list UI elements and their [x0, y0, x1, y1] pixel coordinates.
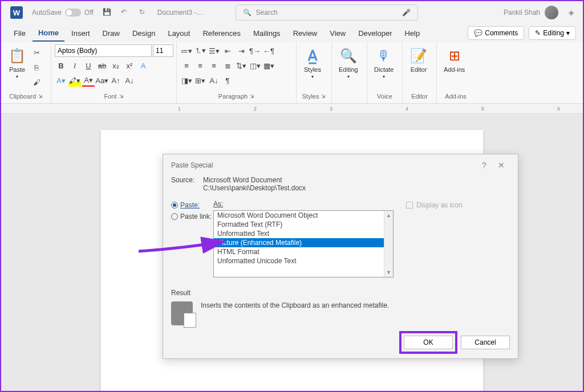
editor-button[interactable]: 📝Editor: [406, 44, 431, 75]
list-item[interactable]: Unformatted Unicode Text: [214, 256, 393, 266]
justify-button[interactable]: ≣: [221, 59, 234, 72]
redo-icon[interactable]: ↻: [139, 8, 148, 17]
strikethrough-button[interactable]: ab: [96, 59, 108, 72]
align-center-button[interactable]: ≡: [194, 59, 206, 72]
comments-button[interactable]: 💬 Comments: [468, 26, 524, 40]
find-icon: 🔍: [339, 47, 358, 65]
align-right-button[interactable]: ≡: [208, 59, 220, 72]
menu-layout[interactable]: Layout: [162, 26, 196, 41]
help-button[interactable]: ?: [476, 161, 493, 170]
menu-developer[interactable]: Developer: [352, 26, 398, 41]
scroll-down-icon[interactable]: ▼: [384, 268, 393, 277]
toggle-switch[interactable]: [65, 9, 81, 17]
font-family-select[interactable]: [55, 44, 152, 57]
menu-mailings[interactable]: Mailings: [248, 26, 286, 41]
ltr-button[interactable]: ¶→: [249, 44, 261, 57]
menu-review[interactable]: Review: [287, 26, 323, 41]
copy-icon[interactable]: ⎘: [31, 62, 42, 73]
menu-insert[interactable]: Insert: [66, 26, 96, 41]
decrease-indent-button[interactable]: ⇤: [221, 44, 234, 57]
menu-design[interactable]: Design: [127, 26, 161, 41]
diamond-icon[interactable]: ◈: [569, 9, 574, 17]
undo-icon[interactable]: ↶: [121, 8, 130, 17]
cancel-button[interactable]: Cancel: [461, 336, 510, 349]
numbering-button[interactable]: ⒈▾: [194, 44, 206, 57]
ok-button[interactable]: OK: [404, 336, 453, 349]
scrollbar[interactable]: ▲ ▼: [384, 211, 393, 277]
user-account[interactable]: Pankil Shah ◈: [504, 6, 574, 19]
result-label: Result: [171, 289, 510, 297]
dialog-launcher-icon[interactable]: ⇲: [321, 93, 326, 99]
superscript-button[interactable]: x²: [123, 59, 136, 72]
shrink-font-button[interactable]: A↓: [123, 74, 136, 87]
grow-font-button[interactable]: A↑: [110, 74, 122, 87]
shading2-button[interactable]: ◨▾: [180, 74, 193, 87]
format-listbox[interactable]: Microsoft Word Document ObjectFormatted …: [213, 210, 394, 277]
dialog-launcher-icon[interactable]: ⇲: [119, 93, 124, 99]
editing-mode-button[interactable]: ✎ Editing ▾: [529, 26, 576, 40]
shading-button[interactable]: ◫▾: [249, 59, 261, 72]
dialog-titlebar[interactable]: Paste Special ? ✕: [163, 154, 518, 176]
checkbox-icon: [406, 202, 413, 209]
user-name: Pankil Shah: [504, 9, 540, 17]
menu-draw[interactable]: Draw: [97, 26, 125, 41]
align-left-button[interactable]: ≡: [180, 59, 193, 72]
dialog-launcher-icon[interactable]: ⇲: [38, 93, 43, 99]
ruler-mark: 1: [178, 106, 181, 112]
bold-button[interactable]: B: [55, 59, 67, 72]
font-color-button[interactable]: A▾: [82, 74, 95, 87]
bullets-button[interactable]: ≔▾: [180, 44, 193, 57]
change-case-button[interactable]: Aa▾: [96, 74, 108, 87]
borders2-button[interactable]: ⊞▾: [194, 74, 206, 87]
mic-icon[interactable]: 🎤: [402, 9, 411, 17]
font-outline-button[interactable]: A▾: [55, 74, 67, 87]
list-item[interactable]: HTML Format: [214, 247, 393, 256]
list-item[interactable]: Microsoft Word Document Object: [214, 211, 393, 220]
font-size-select[interactable]: [153, 44, 173, 57]
source-path: C:\Users\panki\Desktop\Test.docx: [203, 184, 306, 192]
menu-home[interactable]: Home: [33, 25, 64, 42]
italic-button[interactable]: I: [68, 59, 81, 72]
dialog-launcher-icon[interactable]: ⇲: [250, 93, 254, 99]
autosave-toggle[interactable]: AutoSave Off: [32, 9, 94, 17]
close-button[interactable]: ✕: [493, 161, 510, 170]
underline-button[interactable]: U: [82, 59, 95, 72]
ruler-mark: 3: [330, 106, 332, 112]
menu-help[interactable]: Help: [399, 26, 425, 41]
ruler[interactable]: 123456: [1, 104, 583, 114]
list-item[interactable]: Unformatted Text: [214, 229, 393, 238]
paste-button[interactable]: 📋 Paste ▾: [5, 44, 30, 81]
editor-icon: 📝: [409, 47, 428, 65]
sort-button[interactable]: A↓: [208, 74, 220, 87]
rtl-button[interactable]: ←¶: [262, 44, 275, 57]
paste-radio[interactable]: Paste:: [171, 201, 213, 209]
clipboard-icon: 📋: [8, 47, 26, 65]
menu-file[interactable]: File: [8, 26, 31, 41]
radio-icon: [171, 202, 178, 209]
multilevel-button[interactable]: ☰▾: [208, 44, 220, 57]
list-item[interactable]: Picture (Enhanced Metafile): [214, 238, 393, 247]
ruler-mark: 2: [254, 106, 257, 112]
text-effects-button[interactable]: A: [137, 59, 149, 72]
addins-button[interactable]: ⊞Add-ins: [440, 44, 468, 75]
menu-view[interactable]: View: [324, 26, 351, 41]
list-item[interactable]: Formatted Text (RTF): [214, 220, 393, 229]
titlebar: W AutoSave Off 💾 ↶ ↻ Document3 -… 🔍 Sear…: [1, 1, 583, 24]
dictate-button[interactable]: 🎙Dictate▾: [371, 44, 397, 81]
menu-references[interactable]: References: [197, 26, 246, 41]
highlight-button[interactable]: 🖍▾: [68, 74, 81, 87]
line-spacing-button[interactable]: ⇅▾: [235, 59, 248, 72]
increase-indent-button[interactable]: ⇥: [235, 44, 248, 57]
borders-button[interactable]: ▦▾: [262, 59, 275, 72]
search-icon: 🔍: [243, 9, 252, 17]
show-marks-button[interactable]: ¶: [221, 74, 234, 87]
editing-button[interactable]: 🔍Editing▾: [335, 44, 362, 81]
paste-link-radio[interactable]: Paste link:: [171, 213, 213, 220]
styles-button[interactable]: A̲Styles▾: [300, 44, 325, 81]
search-input[interactable]: 🔍 Search 🎤: [236, 5, 418, 21]
cut-icon[interactable]: ✂: [31, 47, 42, 58]
save-icon[interactable]: 💾: [103, 8, 112, 17]
scroll-up-icon[interactable]: ▲: [384, 211, 393, 220]
subscript-button[interactable]: x₂: [110, 59, 122, 72]
format-painter-icon[interactable]: 🖌: [31, 76, 42, 88]
